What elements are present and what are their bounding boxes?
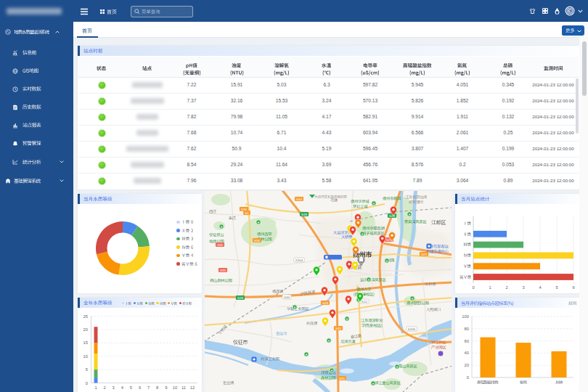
svg-text:11: 11: [181, 385, 186, 390]
svg-text:7: 7: [147, 385, 150, 390]
svg-text:0: 0: [86, 381, 88, 385]
svg-text:20: 20: [465, 363, 469, 367]
svg-text:2: 2: [103, 385, 105, 390]
svg-text:80: 80: [465, 327, 469, 331]
svg-text:6: 6: [572, 285, 574, 290]
svg-text:0: 0: [472, 285, 474, 290]
svg-text:10: 10: [173, 385, 177, 390]
svg-text:S336: S336: [408, 327, 416, 331]
svg-text:100: 100: [462, 314, 469, 319]
svg-text:K22: K22: [362, 300, 367, 303]
svg-text:5: 5: [130, 385, 132, 390]
svg-text:3: 3: [522, 285, 524, 290]
svg-text:20: 20: [83, 327, 88, 332]
svg-text:S23: S23: [421, 253, 427, 256]
svg-text:S05: S05: [339, 377, 345, 380]
svg-text:60: 60: [465, 339, 469, 343]
svg-text:S49: S49: [301, 213, 307, 216]
svg-text:1: 1: [489, 285, 491, 290]
svg-text:10: 10: [83, 354, 88, 359]
svg-text:8: 8: [156, 385, 158, 390]
svg-text:G40: G40: [284, 295, 290, 299]
svg-text:S49: S49: [335, 327, 341, 330]
svg-text:0: 0: [467, 375, 469, 380]
svg-text:9: 9: [165, 385, 167, 390]
svg-text:15: 15: [83, 340, 88, 345]
svg-text:3: 3: [113, 385, 115, 390]
svg-text:S28: S28: [237, 296, 243, 300]
svg-text:2: 2: [505, 285, 507, 290]
svg-text:G40: G40: [296, 197, 303, 201]
svg-text:5: 5: [86, 367, 88, 372]
svg-text:1: 1: [94, 385, 97, 390]
svg-text:40: 40: [465, 351, 469, 355]
svg-text:6: 6: [139, 385, 141, 390]
svg-text:12: 12: [190, 385, 195, 390]
svg-text:4: 4: [539, 285, 542, 290]
svg-text:25: 25: [83, 314, 88, 319]
svg-text:X304: X304: [295, 258, 303, 262]
svg-text:4: 4: [121, 385, 124, 390]
svg-text:S36: S36: [254, 239, 260, 242]
svg-text:S28: S28: [322, 301, 328, 305]
svg-text:333: 333: [217, 243, 223, 247]
svg-text:S35: S35: [220, 269, 226, 272]
svg-text:5: 5: [555, 285, 558, 290]
svg-text:S1: S1: [245, 211, 249, 215]
